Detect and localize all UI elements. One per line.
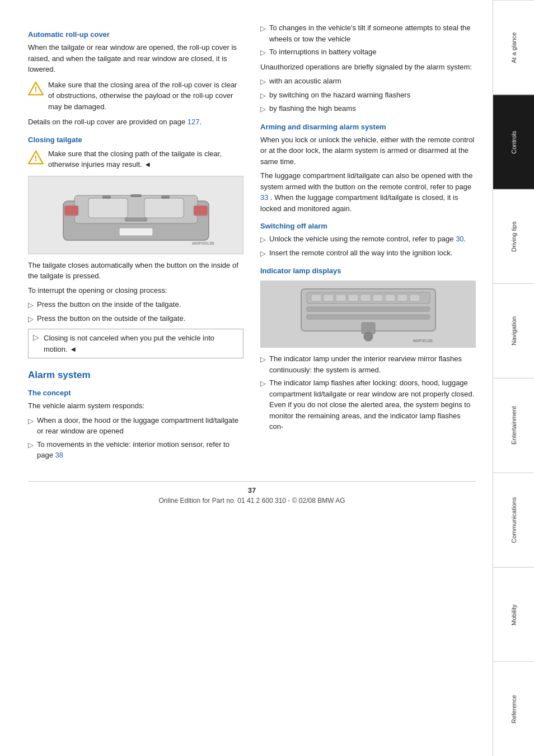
list-item: ▷ To movements in the vehicle: interior … bbox=[28, 439, 243, 461]
svg-rect-27 bbox=[307, 307, 430, 311]
bullet-arrow-icon: ▷ bbox=[260, 76, 266, 87]
car-silhouette: W0P05136 bbox=[58, 179, 214, 251]
svg-rect-11 bbox=[125, 218, 147, 221]
tailgate-bullets-list: ▷ Press the button on the inside of the … bbox=[28, 299, 243, 324]
rollup-warning-box: ! Make sure that the closing area of the… bbox=[28, 80, 243, 113]
sidebar-tab-communications[interactable]: Communications bbox=[493, 473, 534, 567]
svg-rect-7 bbox=[144, 198, 184, 218]
concept-intro: The vehicle alarm system responds: bbox=[28, 400, 243, 412]
svg-rect-18 bbox=[311, 295, 321, 301]
bullet-arrow-icon: ▷ bbox=[28, 440, 34, 451]
alarm-bullets-list: ▷ with an acoustic alarm ▷ by switching … bbox=[260, 76, 476, 115]
page-footer: 37 Online Edition for Part no. 01 41 2 6… bbox=[28, 481, 476, 505]
list-item: ▷ Unlock the vehicle using the remote co… bbox=[260, 234, 476, 245]
note-arrow-icon: ▷ bbox=[33, 333, 39, 342]
svg-rect-8 bbox=[64, 206, 78, 216]
svg-rect-10 bbox=[119, 228, 153, 236]
svg-rect-23 bbox=[373, 295, 383, 301]
indicator-image: W0P05136 bbox=[260, 281, 476, 348]
page-38-link[interactable]: 38 bbox=[55, 451, 63, 459]
tailgate-auto-para1: The tailgate closes automatically when t… bbox=[28, 260, 243, 282]
note-text: Closing is not canceled when you put the… bbox=[44, 333, 238, 354]
svg-rect-26 bbox=[410, 295, 420, 301]
bullet-arrow-icon: ▷ bbox=[260, 378, 266, 389]
svg-rect-28 bbox=[307, 315, 430, 319]
right-sidebar: At a glance Controls Driving tips Naviga… bbox=[493, 0, 534, 756]
tailgate-warning-box: ! Make sure that the closing path of the… bbox=[28, 148, 243, 170]
arming-para1: When you lock or unlock the vehicle, eit… bbox=[260, 134, 476, 167]
tailgate-warning-triangle-icon: ! bbox=[28, 150, 44, 165]
svg-rect-19 bbox=[324, 295, 334, 301]
left-column: Automatic roll-up cover When the tailgat… bbox=[28, 22, 243, 464]
page-33-link[interactable]: 33 bbox=[260, 193, 268, 202]
indicator-lamp-diagram: W0P05136 bbox=[296, 283, 441, 345]
svg-text:!: ! bbox=[35, 154, 38, 163]
closing-tailgate-heading: Closing tailgate bbox=[28, 136, 243, 144]
svg-rect-6 bbox=[88, 198, 128, 218]
more-bullets-list: ▷ To changes in the vehicle's tilt if so… bbox=[260, 22, 476, 58]
list-item: ▷ Press the button on the inside of the … bbox=[28, 299, 243, 311]
switching-off-list: ▷ Unlock the vehicle using the remote co… bbox=[260, 234, 476, 259]
list-item: ▷ Insert the remote control all the way … bbox=[260, 248, 476, 259]
list-item: ▷ To interruptions in battery voltage bbox=[260, 46, 476, 58]
concept-bullets-list: ▷ When a door, the hood or the luggage c… bbox=[28, 415, 243, 461]
arming-heading: Arming and disarming alarm system bbox=[260, 123, 476, 131]
svg-text:W0P05136: W0P05136 bbox=[413, 339, 433, 343]
concept-heading: The concept bbox=[28, 389, 243, 397]
list-item: ▷ by switching on the hazard warning fla… bbox=[260, 90, 476, 101]
warning-triangle-icon: ! bbox=[28, 81, 44, 96]
list-item: ▷ The indicator lamp flashes after locki… bbox=[260, 377, 476, 432]
automatic-rollup-para: When the tailgate or rear window are ope… bbox=[28, 42, 243, 75]
sidebar-tab-entertainment[interactable]: Entertainment bbox=[493, 378, 534, 473]
svg-rect-21 bbox=[348, 295, 358, 301]
sidebar-tab-controls[interactable]: Controls bbox=[493, 95, 534, 189]
svg-rect-14 bbox=[161, 195, 170, 199]
svg-rect-12 bbox=[102, 195, 111, 199]
sidebar-tab-navigation[interactable]: Navigation bbox=[493, 283, 534, 378]
svg-rect-13 bbox=[130, 194, 142, 197]
page-30-link[interactable]: 30 bbox=[456, 235, 463, 243]
svg-text:W0P05136: W0P05136 bbox=[192, 241, 214, 246]
car-image: W0P05136 bbox=[28, 176, 243, 254]
sidebar-tab-driving-tips[interactable]: Driving tips bbox=[493, 189, 534, 284]
bullet-arrow-icon: ▷ bbox=[260, 104, 266, 115]
list-item: ▷ The indicator lamp under the interior … bbox=[260, 353, 476, 375]
list-item: ▷ by flashing the high beams bbox=[260, 103, 476, 115]
svg-rect-9 bbox=[194, 206, 208, 216]
bullet-arrow-icon: ▷ bbox=[260, 47, 266, 58]
right-column: ▷ To changes in the vehicle's tilt if so… bbox=[260, 22, 476, 464]
footer-copyright: Online Edition for Part no. 01 41 2 600 … bbox=[28, 497, 476, 505]
list-item: ▷ Press the button on the outside of the… bbox=[28, 313, 243, 325]
list-item: ▷ To changes in the vehicle's tilt if so… bbox=[260, 22, 476, 44]
bullet-arrow-icon: ▷ bbox=[260, 234, 266, 245]
bullet-arrow-icon: ▷ bbox=[260, 90, 266, 101]
indicator-bullets-list: ▷ The indicator lamp under the interior … bbox=[260, 353, 476, 432]
svg-point-30 bbox=[364, 332, 373, 341]
indicator-lamp-heading: Indicator lamp displays bbox=[260, 267, 476, 275]
arming-para2: The luggage compartment lid/tailgate can… bbox=[260, 170, 476, 214]
rollup-details: Details on the roll-up cover are provide… bbox=[28, 116, 243, 128]
list-item: ▷ When a door, the hood or the luggage c… bbox=[28, 415, 243, 437]
main-content: Automatic roll-up cover When the tailgat… bbox=[0, 0, 493, 756]
svg-rect-25 bbox=[397, 295, 407, 301]
rollup-page-link[interactable]: 127 bbox=[188, 118, 200, 126]
alarm-system-heading: Alarm system bbox=[28, 370, 243, 381]
bullet-arrow-icon: ▷ bbox=[28, 314, 34, 325]
svg-rect-20 bbox=[336, 295, 346, 301]
svg-rect-22 bbox=[360, 295, 371, 301]
svg-text:!: ! bbox=[35, 85, 38, 94]
unauthorized-text: Unauthorized operations are briefly sign… bbox=[260, 62, 476, 73]
automatic-rollup-heading: Automatic roll-up cover bbox=[28, 30, 243, 39]
note-box: ▷ Closing is not canceled when you put t… bbox=[28, 329, 243, 358]
sidebar-tab-mobility[interactable]: Mobility bbox=[493, 567, 534, 662]
bullet-arrow-icon: ▷ bbox=[28, 416, 34, 427]
page-number: 37 bbox=[28, 486, 476, 494]
sidebar-tab-reference[interactable]: Reference bbox=[493, 661, 534, 756]
svg-rect-24 bbox=[385, 295, 395, 301]
list-item: ▷ with an acoustic alarm bbox=[260, 76, 476, 87]
sidebar-tab-at-a-glance[interactable]: At a glance bbox=[493, 0, 534, 95]
tailgate-interrupt-para: To interrupt the opening or closing proc… bbox=[28, 285, 243, 296]
bullet-arrow-icon: ▷ bbox=[260, 248, 266, 259]
rollup-warning-text: Make sure that the closing area of the r… bbox=[48, 80, 243, 113]
bullet-arrow-icon: ▷ bbox=[260, 354, 266, 365]
